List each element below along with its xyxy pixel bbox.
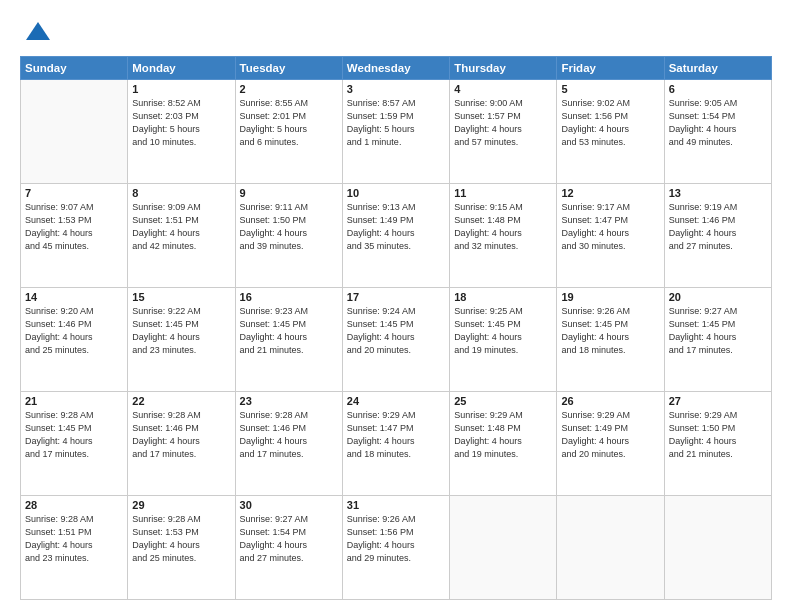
day-number: 6 [669,83,767,95]
day-number: 21 [25,395,123,407]
calendar-cell: 29Sunrise: 9:28 AMSunset: 1:53 PMDayligh… [128,496,235,600]
calendar-week-5: 28Sunrise: 9:28 AMSunset: 1:51 PMDayligh… [21,496,772,600]
calendar-cell [664,496,771,600]
calendar-cell: 30Sunrise: 9:27 AMSunset: 1:54 PMDayligh… [235,496,342,600]
calendar-cell: 28Sunrise: 9:28 AMSunset: 1:51 PMDayligh… [21,496,128,600]
calendar-cell: 20Sunrise: 9:27 AMSunset: 1:45 PMDayligh… [664,288,771,392]
weekday-header-wednesday: Wednesday [342,57,449,80]
calendar-cell: 16Sunrise: 9:23 AMSunset: 1:45 PMDayligh… [235,288,342,392]
day-number: 16 [240,291,338,303]
day-number: 12 [561,187,659,199]
logo [20,18,52,46]
day-info: Sunrise: 9:29 AMSunset: 1:48 PMDaylight:… [454,409,552,461]
day-number: 24 [347,395,445,407]
day-info: Sunrise: 9:17 AMSunset: 1:47 PMDaylight:… [561,201,659,253]
calendar-cell: 13Sunrise: 9:19 AMSunset: 1:46 PMDayligh… [664,184,771,288]
day-info: Sunrise: 9:09 AMSunset: 1:51 PMDaylight:… [132,201,230,253]
day-number: 27 [669,395,767,407]
day-info: Sunrise: 9:28 AMSunset: 1:46 PMDaylight:… [240,409,338,461]
calendar-cell: 7Sunrise: 9:07 AMSunset: 1:53 PMDaylight… [21,184,128,288]
calendar-cell: 19Sunrise: 9:26 AMSunset: 1:45 PMDayligh… [557,288,664,392]
calendar-cell [21,80,128,184]
calendar-cell [450,496,557,600]
day-number: 28 [25,499,123,511]
weekday-header-thursday: Thursday [450,57,557,80]
day-info: Sunrise: 9:27 AMSunset: 1:45 PMDaylight:… [669,305,767,357]
day-number: 14 [25,291,123,303]
calendar-cell: 31Sunrise: 9:26 AMSunset: 1:56 PMDayligh… [342,496,449,600]
day-info: Sunrise: 9:11 AMSunset: 1:50 PMDaylight:… [240,201,338,253]
day-info: Sunrise: 9:26 AMSunset: 1:56 PMDaylight:… [347,513,445,565]
calendar-table: SundayMondayTuesdayWednesdayThursdayFrid… [20,56,772,600]
day-info: Sunrise: 9:07 AMSunset: 1:53 PMDaylight:… [25,201,123,253]
calendar-cell: 11Sunrise: 9:15 AMSunset: 1:48 PMDayligh… [450,184,557,288]
header [20,18,772,46]
day-number: 9 [240,187,338,199]
calendar-cell: 17Sunrise: 9:24 AMSunset: 1:45 PMDayligh… [342,288,449,392]
logo-icon [24,18,52,46]
day-number: 17 [347,291,445,303]
day-number: 20 [669,291,767,303]
calendar-cell: 14Sunrise: 9:20 AMSunset: 1:46 PMDayligh… [21,288,128,392]
day-number: 2 [240,83,338,95]
weekday-header-sunday: Sunday [21,57,128,80]
weekday-header-friday: Friday [557,57,664,80]
calendar-cell: 1Sunrise: 8:52 AMSunset: 2:03 PMDaylight… [128,80,235,184]
day-info: Sunrise: 9:29 AMSunset: 1:50 PMDaylight:… [669,409,767,461]
calendar-cell: 8Sunrise: 9:09 AMSunset: 1:51 PMDaylight… [128,184,235,288]
calendar-cell: 24Sunrise: 9:29 AMSunset: 1:47 PMDayligh… [342,392,449,496]
day-info: Sunrise: 9:19 AMSunset: 1:46 PMDaylight:… [669,201,767,253]
svg-marker-0 [26,22,50,40]
calendar-cell: 12Sunrise: 9:17 AMSunset: 1:47 PMDayligh… [557,184,664,288]
day-info: Sunrise: 9:28 AMSunset: 1:46 PMDaylight:… [132,409,230,461]
day-info: Sunrise: 9:00 AMSunset: 1:57 PMDaylight:… [454,97,552,149]
day-info: Sunrise: 9:28 AMSunset: 1:51 PMDaylight:… [25,513,123,565]
calendar-cell: 4Sunrise: 9:00 AMSunset: 1:57 PMDaylight… [450,80,557,184]
day-number: 13 [669,187,767,199]
day-number: 22 [132,395,230,407]
day-info: Sunrise: 9:28 AMSunset: 1:53 PMDaylight:… [132,513,230,565]
day-info: Sunrise: 9:24 AMSunset: 1:45 PMDaylight:… [347,305,445,357]
day-number: 29 [132,499,230,511]
day-number: 11 [454,187,552,199]
day-number: 7 [25,187,123,199]
day-number: 10 [347,187,445,199]
day-number: 5 [561,83,659,95]
day-number: 8 [132,187,230,199]
day-info: Sunrise: 9:22 AMSunset: 1:45 PMDaylight:… [132,305,230,357]
calendar-week-2: 7Sunrise: 9:07 AMSunset: 1:53 PMDaylight… [21,184,772,288]
calendar-cell: 2Sunrise: 8:55 AMSunset: 2:01 PMDaylight… [235,80,342,184]
calendar-cell: 5Sunrise: 9:02 AMSunset: 1:56 PMDaylight… [557,80,664,184]
calendar-cell: 21Sunrise: 9:28 AMSunset: 1:45 PMDayligh… [21,392,128,496]
day-info: Sunrise: 9:13 AMSunset: 1:49 PMDaylight:… [347,201,445,253]
day-info: Sunrise: 8:55 AMSunset: 2:01 PMDaylight:… [240,97,338,149]
weekday-header-monday: Monday [128,57,235,80]
calendar-week-4: 21Sunrise: 9:28 AMSunset: 1:45 PMDayligh… [21,392,772,496]
page: SundayMondayTuesdayWednesdayThursdayFrid… [0,0,792,612]
day-number: 4 [454,83,552,95]
day-number: 30 [240,499,338,511]
day-info: Sunrise: 9:15 AMSunset: 1:48 PMDaylight:… [454,201,552,253]
day-info: Sunrise: 9:26 AMSunset: 1:45 PMDaylight:… [561,305,659,357]
day-info: Sunrise: 9:05 AMSunset: 1:54 PMDaylight:… [669,97,767,149]
day-number: 26 [561,395,659,407]
day-number: 31 [347,499,445,511]
calendar-cell: 9Sunrise: 9:11 AMSunset: 1:50 PMDaylight… [235,184,342,288]
calendar-cell: 23Sunrise: 9:28 AMSunset: 1:46 PMDayligh… [235,392,342,496]
calendar-cell: 26Sunrise: 9:29 AMSunset: 1:49 PMDayligh… [557,392,664,496]
calendar-cell: 15Sunrise: 9:22 AMSunset: 1:45 PMDayligh… [128,288,235,392]
calendar-week-3: 14Sunrise: 9:20 AMSunset: 1:46 PMDayligh… [21,288,772,392]
day-info: Sunrise: 9:20 AMSunset: 1:46 PMDaylight:… [25,305,123,357]
calendar-cell: 6Sunrise: 9:05 AMSunset: 1:54 PMDaylight… [664,80,771,184]
day-number: 19 [561,291,659,303]
day-info: Sunrise: 9:28 AMSunset: 1:45 PMDaylight:… [25,409,123,461]
day-info: Sunrise: 8:57 AMSunset: 1:59 PMDaylight:… [347,97,445,149]
day-info: Sunrise: 9:27 AMSunset: 1:54 PMDaylight:… [240,513,338,565]
calendar-cell: 18Sunrise: 9:25 AMSunset: 1:45 PMDayligh… [450,288,557,392]
weekday-header-row: SundayMondayTuesdayWednesdayThursdayFrid… [21,57,772,80]
day-info: Sunrise: 9:02 AMSunset: 1:56 PMDaylight:… [561,97,659,149]
day-info: Sunrise: 9:29 AMSunset: 1:49 PMDaylight:… [561,409,659,461]
calendar-cell [557,496,664,600]
calendar-cell: 10Sunrise: 9:13 AMSunset: 1:49 PMDayligh… [342,184,449,288]
calendar-cell: 25Sunrise: 9:29 AMSunset: 1:48 PMDayligh… [450,392,557,496]
